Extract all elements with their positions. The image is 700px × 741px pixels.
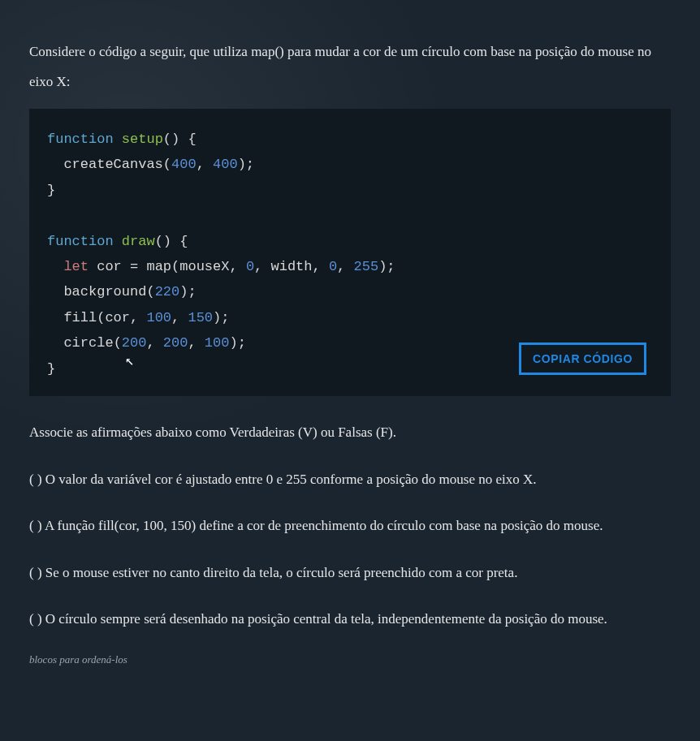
copy-code-button[interactable]: COPIAR CÓDIGO: [519, 342, 646, 375]
code-line: createCanvas(400, 400);: [47, 152, 653, 177]
statement-3: ( ) Se o mouse estiver no canto direito …: [29, 560, 671, 585]
footer-fragment: blocos para ordená-los: [29, 653, 671, 666]
cursor-icon: ↖: [125, 348, 134, 375]
code-line: background(220);: [47, 279, 653, 304]
statement-4: ( ) O círculo sempre será desenhado na p…: [29, 606, 671, 631]
code-line: let cor = map(mouseX, 0, width, 0, 255);: [47, 254, 653, 279]
code-block: function setup() { createCanvas(400, 400…: [29, 109, 671, 396]
question-page: Considere o código a seguir, que utiliza…: [0, 0, 700, 666]
code-line: function setup() {: [47, 127, 653, 152]
statement-1: ( ) O valor da variável cor é ajustado e…: [29, 467, 671, 492]
code-line: fill(cor, 100, 150);: [47, 305, 653, 330]
intro-text: Considere o código a seguir, que utiliza…: [29, 37, 671, 97]
statement-2: ( ) A função fill(cor, 100, 150) define …: [29, 513, 671, 538]
code-line: }: [47, 178, 653, 203]
question-instructions: Associe as afirmações abaixo como Verdad…: [29, 420, 671, 446]
code-line: [47, 203, 653, 228]
code-line: function draw() {: [47, 229, 653, 254]
